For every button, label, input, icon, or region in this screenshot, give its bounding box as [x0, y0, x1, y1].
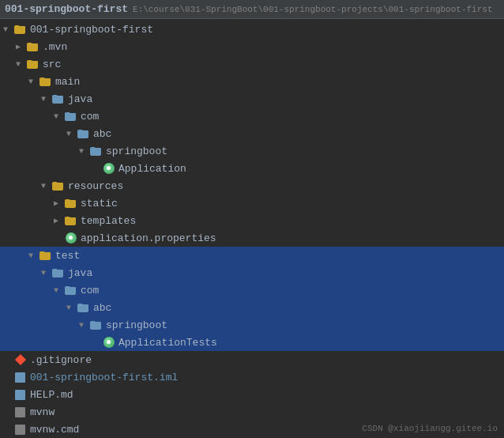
templates-label: templates — [81, 215, 136, 227]
tree-item-test[interactable]: test — [0, 247, 504, 264]
springboot-test-folder-icon — [90, 319, 103, 331]
iml-icon — [14, 371, 27, 383]
tree-item-gitignore[interactable]: .gitignore — [0, 351, 504, 368]
mvnwcmd-label: mvnw.cmd — [30, 424, 79, 436]
main-folder-icon — [39, 75, 52, 88]
arrow-main — [28, 77, 39, 86]
tree-item-springboot-test[interactable]: springboot — [0, 316, 504, 334]
arrow-mvn — [16, 42, 27, 51]
tree-item-resources[interactable]: resources — [0, 177, 504, 194]
tree-item-root[interactable]: 001-springboot-first — [0, 21, 504, 38]
tree-header: 001-springboot-first E:\course\031-Sprin… — [0, 0, 504, 19]
tree-item-java-test[interactable]: java — [0, 264, 504, 281]
main-label: main — [55, 76, 80, 88]
com-main-label: com — [81, 111, 99, 123]
src-label: src — [43, 59, 61, 70]
tree-item-app-props[interactable]: application.properties — [0, 229, 504, 247]
abc-test-label: abc — [93, 302, 111, 314]
test-label: test — [55, 250, 80, 262]
static-folder-icon — [65, 197, 77, 210]
java-test-label: java — [68, 267, 92, 279]
tree-item-static[interactable]: static — [0, 194, 504, 212]
test-folder-icon — [39, 249, 52, 262]
arrow-abc-test — [66, 304, 77, 312]
arrow-templates — [54, 216, 65, 225]
tree-item-com-main[interactable]: com — [0, 108, 504, 125]
com-main-folder-icon — [65, 110, 77, 123]
application-label: Application — [118, 163, 186, 175]
arrow-com-main — [54, 112, 65, 121]
arrow-src — [16, 60, 27, 69]
arrow-test — [28, 251, 39, 260]
mvn-folder-icon — [27, 40, 39, 53]
tree-body: 001-springboot-first .mvn src — [0, 19, 504, 438]
arrow-resources — [41, 182, 52, 191]
iml-label: 001-springboot-first.iml — [30, 372, 178, 383]
com-test-label: com — [81, 285, 99, 296]
project-path: E:\course\031-SpringBoot\001-springboot-… — [133, 5, 492, 14]
app-props-label: application.properties — [81, 232, 216, 244]
tree-item-abc-test[interactable]: abc — [0, 299, 504, 316]
resources-folder-icon — [52, 179, 65, 192]
springboot-main-folder-icon — [90, 145, 103, 157]
arrow-com-test — [54, 286, 65, 295]
tree-item-mvn[interactable]: .mvn — [0, 38, 504, 55]
arrow-static — [54, 198, 65, 208]
application-spring-icon — [103, 162, 115, 175]
tree-item-application-tests[interactable]: ApplicationTests — [0, 334, 504, 351]
mvnwcmd-icon — [14, 423, 27, 436]
tree-item-com-test[interactable]: com — [0, 281, 504, 299]
tree-item-abc-main[interactable]: abc — [0, 125, 504, 142]
arrow-java-test — [41, 269, 52, 278]
templates-folder-icon — [65, 214, 77, 227]
mvn-label: .mvn — [43, 41, 67, 53]
tree-item-application[interactable]: Application — [0, 160, 504, 177]
root-folder-icon — [14, 23, 27, 36]
tree-item-main[interactable]: main — [0, 73, 504, 90]
springboot-test-label: springboot — [106, 319, 167, 331]
mvnw-label: mvnw — [30, 406, 55, 418]
application-tests-label: ApplicationTests — [118, 337, 217, 349]
tree-item-java-main[interactable]: java — [0, 90, 504, 108]
arrow-springboot-main — [79, 147, 90, 156]
java-main-folder-icon — [52, 93, 65, 105]
gitignore-label: .gitignore — [30, 354, 92, 366]
abc-main-label: abc — [93, 128, 111, 140]
static-label: static — [81, 198, 118, 210]
help-icon — [14, 388, 27, 401]
tree-item-src[interactable]: src — [0, 55, 504, 73]
app-props-icon — [65, 232, 77, 244]
src-folder-icon — [27, 58, 39, 70]
arrow-java-main — [41, 95, 52, 104]
mvnw-icon — [14, 406, 27, 418]
arrow-root — [3, 25, 14, 34]
project-name: 001-springboot-first — [5, 3, 128, 15]
file-tree-container: 001-springboot-first E:\course\031-Sprin… — [0, 0, 504, 438]
watermark: CSDN @xiaojiiangg.gitee.io — [362, 424, 498, 433]
help-label: HELP.md — [30, 389, 73, 401]
root-label: 001-springboot-first — [30, 24, 153, 36]
java-test-folder-icon — [52, 266, 65, 279]
springboot-main-label: springboot — [106, 145, 167, 157]
gitignore-icon — [14, 353, 27, 366]
tree-item-iml[interactable]: 001-springboot-first.iml — [0, 368, 504, 386]
tree-item-springboot-main[interactable]: springboot — [0, 142, 504, 160]
java-main-label: java — [68, 93, 92, 105]
abc-main-folder-icon — [77, 127, 90, 140]
tree-item-mvnw[interactable]: mvnw — [0, 403, 504, 421]
arrow-springboot-test — [79, 321, 90, 330]
resources-label: resources — [68, 180, 123, 192]
com-test-folder-icon — [65, 284, 77, 296]
application-tests-spring-icon — [103, 336, 115, 349]
abc-test-folder-icon — [77, 301, 90, 314]
tree-item-help[interactable]: HELP.md — [0, 386, 504, 403]
arrow-abc-main — [66, 130, 77, 138]
tree-item-templates[interactable]: templates — [0, 212, 504, 229]
